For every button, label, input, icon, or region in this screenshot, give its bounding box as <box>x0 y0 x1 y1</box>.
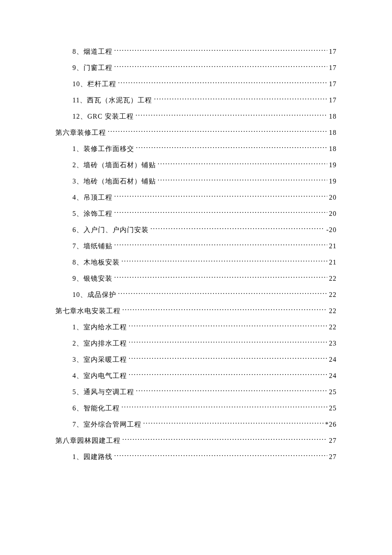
toc-entry: 第六章装修工程18 <box>55 128 337 137</box>
toc-page-number: 27 <box>329 437 337 445</box>
toc-label: 8、木地板安装 <box>72 258 120 267</box>
toc-entry: 7、墙纸铺贴21 <box>55 241 337 251</box>
toc-leader-dots <box>122 306 327 313</box>
toc-entry: 7、室外综合管网工程*26 <box>55 420 337 429</box>
toc-label: 3、地砖（地面石材）铺贴 <box>72 177 156 186</box>
toc-label: 9、门窗工程 <box>72 64 112 73</box>
toc-entry: 1、装修工作面移交18 <box>55 144 337 154</box>
toc-leader-dots <box>114 209 327 216</box>
toc-leader-dots <box>136 387 327 394</box>
toc-label: 1、园建路线 <box>72 453 112 462</box>
toc-label: 12、GRC 安装工程 <box>72 112 134 121</box>
toc-leader-dots <box>143 420 323 427</box>
toc-page-number: *26 <box>325 421 337 428</box>
toc-label: 7、墙纸铺贴 <box>72 242 112 251</box>
toc-leader-dots <box>122 436 327 443</box>
table-of-contents: 8、烟道工程179、门窗工程1710、栏杆工程1711、西瓦（水泥瓦）工程171… <box>55 47 337 462</box>
toc-label: 1、装修工作面移交 <box>72 145 134 154</box>
toc-label: 6、入户门、户内门安装 <box>72 226 149 235</box>
toc-page-number: 17 <box>329 80 337 88</box>
toc-entry: 2、室内排水工程23 <box>55 339 337 348</box>
toc-leader-dots <box>150 225 325 232</box>
toc-label: 5、通风与空调工程 <box>72 388 134 397</box>
toc-entry: 1、室内给水工程22 <box>55 323 337 332</box>
toc-entry: 5、通风与空调工程25 <box>55 387 337 397</box>
toc-leader-dots <box>108 128 327 135</box>
toc-page-number: 24 <box>329 356 337 363</box>
toc-label: 7、室外综合管网工程 <box>72 420 141 429</box>
toc-page-number: 25 <box>329 404 337 412</box>
toc-leader-dots <box>129 371 327 378</box>
toc-page-number: 17 <box>329 48 337 55</box>
toc-leader-dots <box>129 323 327 329</box>
toc-page-number: 24 <box>329 372 337 380</box>
toc-page-number: 20 <box>329 194 337 201</box>
toc-leader-dots <box>118 79 327 86</box>
toc-leader-dots <box>114 241 327 248</box>
toc-entry: 8、烟道工程17 <box>55 47 337 56</box>
toc-entry: 5、涂饰工程20 <box>55 209 337 218</box>
toc-label: 11、西瓦（水泥瓦）工程 <box>72 96 152 105</box>
toc-label: 第八章园林园建工程 <box>55 436 121 445</box>
toc-entry: 12、GRC 安装工程18 <box>55 112 337 121</box>
toc-page-number: 18 <box>329 129 337 137</box>
toc-leader-dots <box>129 339 327 346</box>
toc-entry: 10、栏杆工程17 <box>55 79 337 89</box>
toc-page-number: 22 <box>329 307 337 315</box>
toc-entry: 6、智能化工程25 <box>55 404 337 413</box>
toc-label: 9、银镜安装 <box>72 274 112 283</box>
toc-entry: 第七章水电安装工程22 <box>55 306 337 316</box>
toc-page-number: 21 <box>329 242 337 250</box>
toc-entry: 3、地砖（地面石材）铺贴19 <box>55 177 337 186</box>
toc-entry: 11、西瓦（水泥瓦）工程17 <box>55 96 337 105</box>
toc-leader-dots <box>136 144 327 151</box>
toc-entry: 4、吊顶工程20 <box>55 193 337 202</box>
toc-label: 3、室内采暖工程 <box>72 355 127 364</box>
toc-label: 4、吊顶工程 <box>72 193 112 202</box>
toc-entry: 8、木地板安装21 <box>55 258 337 267</box>
toc-leader-dots <box>158 177 327 183</box>
toc-entry: 2、墙砖（墙面石材）铺贴19 <box>55 160 337 170</box>
toc-leader-dots <box>158 160 327 167</box>
toc-page-number: 27 <box>329 453 337 461</box>
toc-leader-dots <box>118 290 327 297</box>
toc-label: 1、室内给水工程 <box>72 323 127 332</box>
toc-entry: 9、门窗工程17 <box>55 63 337 73</box>
toc-leader-dots <box>114 452 327 459</box>
toc-page-number: 23 <box>329 340 337 347</box>
toc-label: 2、室内排水工程 <box>72 339 127 348</box>
toc-page-number: 21 <box>329 259 337 266</box>
toc-page-number: 22 <box>329 323 337 331</box>
toc-leader-dots <box>121 258 327 264</box>
toc-label: 2、墙砖（墙面石材）铺贴 <box>72 161 156 170</box>
toc-label: 8、烟道工程 <box>72 47 112 56</box>
toc-page-number: -20 <box>326 226 337 234</box>
toc-page-number: 17 <box>329 96 337 104</box>
toc-page-number: 20 <box>329 210 337 218</box>
toc-label: 4、室内电气工程 <box>72 372 127 381</box>
toc-label: 第六章装修工程 <box>55 128 106 137</box>
toc-page-number: 18 <box>329 113 337 120</box>
toc-entry: 4、室内电气工程24 <box>55 371 337 381</box>
toc-entry: 3、室内采暖工程24 <box>55 355 337 364</box>
toc-label: 6、智能化工程 <box>72 404 120 413</box>
toc-leader-dots <box>154 96 327 102</box>
toc-leader-dots <box>114 274 327 281</box>
toc-leader-dots <box>114 63 327 70</box>
toc-entry: 6、入户门、户内门安装-20 <box>55 225 337 235</box>
toc-page-number: 19 <box>329 161 337 169</box>
toc-page-number: 22 <box>329 291 337 299</box>
toc-leader-dots <box>114 193 327 200</box>
toc-entry: 第八章园林园建工程27 <box>55 436 337 445</box>
toc-entry: 10、成品保护22 <box>55 290 337 299</box>
toc-page-number: 17 <box>329 64 337 72</box>
toc-leader-dots <box>114 47 327 54</box>
toc-entry: 1、园建路线27 <box>55 452 337 462</box>
toc-entry: 9、银镜安装22 <box>55 274 337 283</box>
toc-page-number: 18 <box>329 145 337 153</box>
toc-leader-dots <box>129 355 327 362</box>
toc-label: 10、栏杆工程 <box>72 80 116 89</box>
toc-page-number: 25 <box>329 388 337 396</box>
toc-leader-dots <box>121 404 327 410</box>
toc-page-number: 19 <box>329 177 337 185</box>
